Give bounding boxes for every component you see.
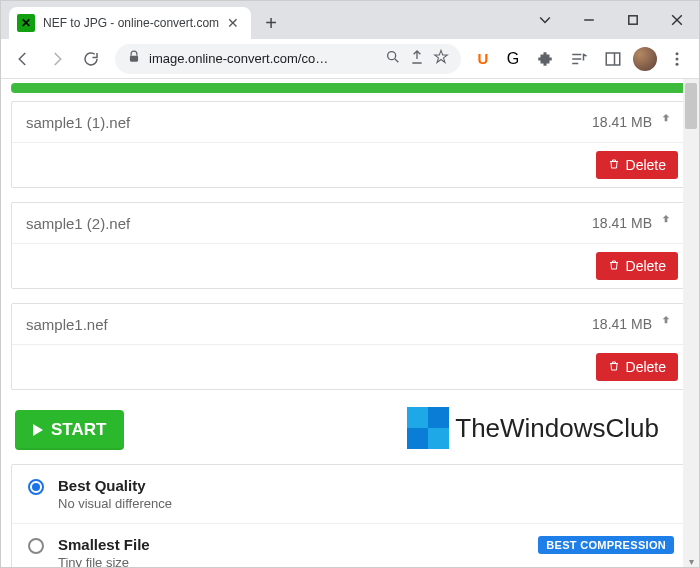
tab-close-icon[interactable]: ✕ bbox=[225, 15, 241, 31]
delete-label: Delete bbox=[626, 359, 666, 375]
delete-button[interactable]: Delete bbox=[596, 151, 678, 179]
bookmark-star-icon[interactable] bbox=[433, 49, 449, 68]
extension-u-icon[interactable]: U bbox=[469, 45, 497, 73]
svg-point-4 bbox=[676, 52, 679, 55]
browser-tab[interactable]: ✕ NEF to JPG - online-convert.com ✕ bbox=[9, 7, 251, 39]
extensions-puzzle-icon[interactable] bbox=[529, 43, 561, 75]
forward-button[interactable] bbox=[41, 43, 73, 75]
extension-g-icon[interactable]: G bbox=[499, 45, 527, 73]
lock-icon bbox=[127, 50, 141, 67]
page-viewport: sample1 (1).nef 18.41 MB Delete sample1 … bbox=[1, 79, 699, 568]
delete-label: Delete bbox=[626, 157, 666, 173]
trash-icon bbox=[608, 258, 620, 274]
chevron-down-icon[interactable] bbox=[523, 1, 567, 39]
upload-icon bbox=[658, 314, 674, 334]
browser-toolbar: image.online-convert.com/co… U G bbox=[1, 39, 699, 79]
radio-icon[interactable] bbox=[28, 479, 44, 495]
scroll-down-icon[interactable]: ▾ bbox=[683, 556, 699, 567]
upload-icon bbox=[658, 213, 674, 233]
svg-rect-1 bbox=[130, 56, 138, 62]
back-button[interactable] bbox=[7, 43, 39, 75]
option-title: Smallest File bbox=[58, 536, 150, 553]
file-name: sample1.nef bbox=[26, 316, 592, 333]
profile-avatar[interactable] bbox=[631, 45, 659, 73]
new-tab-button[interactable]: + bbox=[257, 9, 285, 37]
file-size: 18.41 MB bbox=[592, 215, 652, 231]
share-icon[interactable] bbox=[409, 49, 425, 68]
tab-title: NEF to JPG - online-convert.com bbox=[43, 16, 219, 30]
close-window-button[interactable] bbox=[655, 1, 699, 39]
playlist-icon[interactable] bbox=[563, 43, 595, 75]
tab-favicon: ✕ bbox=[17, 14, 35, 32]
svg-point-6 bbox=[676, 62, 679, 65]
option-subtitle: Tiny file size bbox=[58, 555, 150, 568]
file-card: sample1.nef 18.41 MB Delete bbox=[11, 303, 689, 390]
kebab-menu-icon[interactable] bbox=[661, 43, 693, 75]
zoom-icon[interactable] bbox=[385, 49, 401, 68]
address-bar[interactable]: image.online-convert.com/co… bbox=[115, 44, 461, 74]
upload-icon bbox=[658, 112, 674, 132]
upload-progress-bar bbox=[11, 83, 689, 93]
svg-point-2 bbox=[388, 52, 396, 60]
delete-label: Delete bbox=[626, 258, 666, 274]
svg-point-5 bbox=[676, 57, 679, 60]
option-best-quality[interactable]: Best Quality No visual difference bbox=[12, 465, 688, 524]
trash-icon bbox=[608, 157, 620, 173]
url-text: image.online-convert.com/co… bbox=[149, 51, 377, 66]
file-card: sample1 (2).nef 18.41 MB Delete bbox=[11, 202, 689, 289]
option-subtitle: No visual difference bbox=[58, 496, 172, 511]
file-size: 18.41 MB bbox=[592, 316, 652, 332]
start-label: START bbox=[51, 420, 106, 440]
delete-button[interactable]: Delete bbox=[596, 353, 678, 381]
maximize-button[interactable] bbox=[611, 1, 655, 39]
reload-button[interactable] bbox=[75, 43, 107, 75]
side-panel-icon[interactable] bbox=[597, 43, 629, 75]
window-controls bbox=[523, 1, 699, 39]
option-smallest-file[interactable]: Smallest File Tiny file size BEST COMPRE… bbox=[12, 524, 688, 568]
option-title: Best Quality bbox=[58, 477, 172, 494]
svg-rect-3 bbox=[606, 53, 620, 65]
scrollbar-thumb[interactable] bbox=[685, 83, 697, 129]
file-name: sample1 (1).nef bbox=[26, 114, 592, 131]
play-icon bbox=[33, 424, 43, 436]
minimize-button[interactable] bbox=[567, 1, 611, 39]
delete-button[interactable]: Delete bbox=[596, 252, 678, 280]
radio-icon[interactable] bbox=[28, 538, 44, 554]
start-button[interactable]: START bbox=[15, 410, 124, 450]
svg-rect-0 bbox=[629, 16, 637, 24]
quality-options: Best Quality No visual difference Smalle… bbox=[11, 464, 689, 568]
vertical-scrollbar[interactable]: ▾ bbox=[683, 79, 699, 568]
best-compression-badge: BEST COMPRESSION bbox=[538, 536, 674, 554]
file-card: sample1 (1).nef 18.41 MB Delete bbox=[11, 101, 689, 188]
window-titlebar: ✕ NEF to JPG - online-convert.com ✕ + bbox=[1, 1, 699, 39]
trash-icon bbox=[608, 359, 620, 375]
file-size: 18.41 MB bbox=[592, 114, 652, 130]
file-name: sample1 (2).nef bbox=[26, 215, 592, 232]
